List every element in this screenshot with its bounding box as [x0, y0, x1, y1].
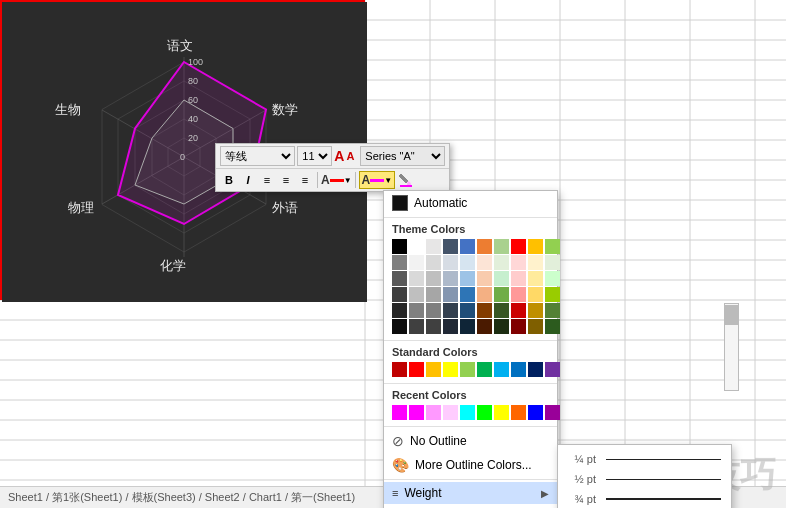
- theme-color-cell[interactable]: [460, 271, 475, 286]
- weight-submenu[interactable]: ¼ pt ½ pt ¾ pt 1 pt: [557, 444, 732, 508]
- theme-color-cell[interactable]: [545, 287, 560, 302]
- theme-color-cell[interactable]: [426, 287, 441, 302]
- decrease-font-icon[interactable]: A: [346, 150, 354, 162]
- theme-color-cell[interactable]: [511, 255, 526, 270]
- recent-color-cell[interactable]: [528, 405, 543, 420]
- theme-color-cell[interactable]: [392, 239, 407, 254]
- theme-color-cell[interactable]: [477, 255, 492, 270]
- theme-color-cell[interactable]: [528, 303, 543, 318]
- weight-item[interactable]: ≡ Weight ▶: [384, 482, 557, 504]
- theme-color-cell[interactable]: [426, 255, 441, 270]
- theme-color-cell[interactable]: [477, 239, 492, 254]
- theme-color-cell[interactable]: [494, 239, 509, 254]
- theme-color-cell[interactable]: [494, 271, 509, 286]
- theme-color-cell[interactable]: [511, 319, 526, 334]
- theme-color-cell[interactable]: [409, 303, 424, 318]
- align-right-button[interactable]: ≡: [296, 172, 314, 188]
- theme-color-cell[interactable]: [477, 319, 492, 334]
- automatic-row[interactable]: Automatic: [384, 191, 557, 215]
- standard-color-cell[interactable]: [477, 362, 492, 377]
- recent-color-cell[interactable]: [545, 405, 560, 420]
- standard-color-cell[interactable]: [545, 362, 560, 377]
- font-color-button[interactable]: A ▼: [321, 173, 352, 187]
- recent-color-cell[interactable]: [426, 405, 441, 420]
- recent-color-cell[interactable]: [477, 405, 492, 420]
- theme-color-cell[interactable]: [409, 287, 424, 302]
- standard-color-cell[interactable]: [494, 362, 509, 377]
- weight-submenu-item[interactable]: ½ pt: [558, 469, 731, 489]
- standard-color-cell[interactable]: [443, 362, 458, 377]
- font-select[interactable]: 等线: [220, 146, 295, 166]
- standard-color-cell[interactable]: [392, 362, 407, 377]
- weight-scrollbar[interactable]: [724, 303, 739, 391]
- scrollbar-thumb[interactable]: [725, 305, 738, 325]
- recent-color-cell[interactable]: [409, 405, 424, 420]
- weight-submenu-item[interactable]: ¾ pt: [558, 489, 731, 508]
- floating-toolbar[interactable]: 等线 11 A A Series "A" B I ≡ ≡ ≡ A ▼ A ▼: [215, 143, 450, 192]
- theme-color-cell[interactable]: [477, 303, 492, 318]
- series-select[interactable]: Series "A": [360, 146, 445, 166]
- theme-color-cell[interactable]: [409, 271, 424, 286]
- theme-color-cell[interactable]: [528, 255, 543, 270]
- theme-color-cell[interactable]: [511, 303, 526, 318]
- theme-color-cell[interactable]: [528, 319, 543, 334]
- theme-color-cell[interactable]: [392, 303, 407, 318]
- theme-color-cell[interactable]: [426, 239, 441, 254]
- weight-submenu-item[interactable]: ¼ pt: [558, 449, 731, 469]
- theme-color-cell[interactable]: [477, 271, 492, 286]
- recent-color-cell[interactable]: [460, 405, 475, 420]
- theme-color-cell[interactable]: [511, 239, 526, 254]
- theme-color-cell[interactable]: [494, 287, 509, 302]
- theme-color-cell[interactable]: [528, 287, 543, 302]
- standard-color-cell[interactable]: [426, 362, 441, 377]
- align-center-button[interactable]: ≡: [277, 172, 295, 188]
- outline-color-arrow[interactable]: ▼: [384, 176, 392, 185]
- recent-color-cell[interactable]: [392, 405, 407, 420]
- theme-color-cell[interactable]: [426, 303, 441, 318]
- theme-color-cell[interactable]: [409, 319, 424, 334]
- theme-color-cell[interactable]: [494, 303, 509, 318]
- more-outline-item[interactable]: 🎨 More Outline Colors...: [384, 453, 557, 477]
- bold-button[interactable]: B: [220, 172, 238, 188]
- theme-color-cell[interactable]: [443, 319, 458, 334]
- fill-bucket-button[interactable]: [398, 172, 414, 188]
- dashes-item[interactable]: ⊟ Dashes ▶: [384, 504, 557, 508]
- theme-color-cell[interactable]: [460, 287, 475, 302]
- theme-color-cell[interactable]: [460, 303, 475, 318]
- theme-color-cell[interactable]: [460, 239, 475, 254]
- standard-color-cell[interactable]: [460, 362, 475, 377]
- theme-color-cell[interactable]: [392, 255, 407, 270]
- color-picker-dropdown[interactable]: Automatic Theme Colors Standard Colors R…: [383, 190, 558, 508]
- theme-color-cell[interactable]: [443, 271, 458, 286]
- theme-color-cell[interactable]: [545, 255, 560, 270]
- theme-color-cell[interactable]: [528, 271, 543, 286]
- align-left-button[interactable]: ≡: [258, 172, 276, 188]
- theme-color-cell[interactable]: [545, 239, 560, 254]
- font-color-arrow[interactable]: ▼: [344, 176, 352, 185]
- theme-color-cell[interactable]: [426, 319, 441, 334]
- theme-color-cell[interactable]: [494, 319, 509, 334]
- theme-color-cell[interactable]: [494, 255, 509, 270]
- theme-color-cell[interactable]: [460, 319, 475, 334]
- standard-color-cell[interactable]: [409, 362, 424, 377]
- increase-font-icon[interactable]: A: [334, 148, 344, 164]
- standard-color-cell[interactable]: [528, 362, 543, 377]
- theme-color-cell[interactable]: [443, 239, 458, 254]
- recent-color-cell[interactable]: [443, 405, 458, 420]
- theme-color-cell[interactable]: [477, 287, 492, 302]
- theme-color-cell[interactable]: [545, 319, 560, 334]
- size-select[interactable]: 11: [297, 146, 332, 166]
- theme-color-cell[interactable]: [409, 255, 424, 270]
- italic-button[interactable]: I: [239, 172, 257, 188]
- theme-color-cell[interactable]: [392, 287, 407, 302]
- theme-color-cell[interactable]: [545, 271, 560, 286]
- theme-color-cell[interactable]: [545, 303, 560, 318]
- no-outline-item[interactable]: ⊘ No Outline: [384, 429, 557, 453]
- theme-color-cell[interactable]: [409, 239, 424, 254]
- theme-color-cell[interactable]: [426, 271, 441, 286]
- theme-color-cell[interactable]: [392, 319, 407, 334]
- theme-color-cell[interactable]: [443, 303, 458, 318]
- recent-color-cell[interactable]: [494, 405, 509, 420]
- theme-color-cell[interactable]: [511, 287, 526, 302]
- outline-color-button[interactable]: A ▼: [359, 171, 396, 189]
